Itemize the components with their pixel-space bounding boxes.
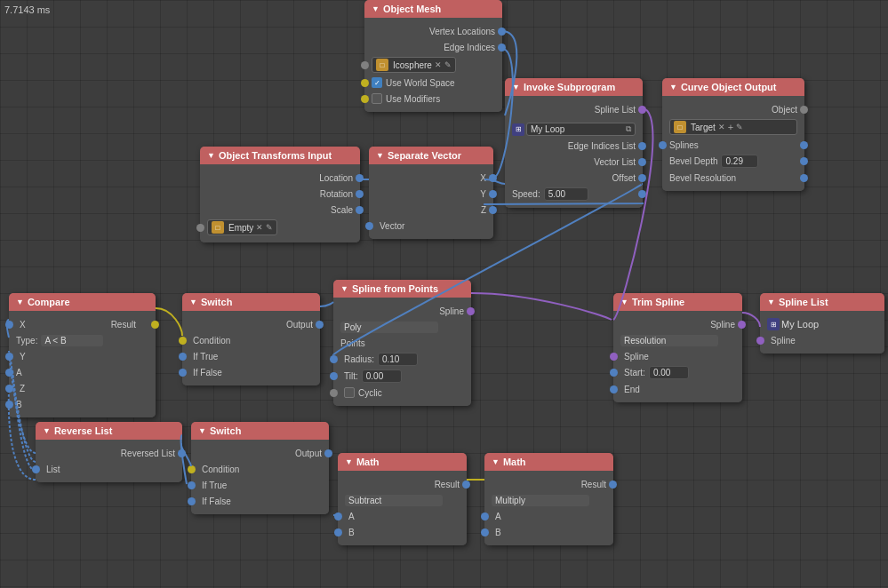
z-in-socket[interactable] [5,385,13,393]
y-in-socket[interactable] [5,353,13,361]
poly-select[interactable]: Poly [340,322,438,333]
clear-empty-btn[interactable]: ✕ [256,223,263,232]
cyclic-checkbox[interactable]: Cyclic [344,387,382,398]
if-false-socket[interactable] [179,369,187,377]
node-invoke-header[interactable]: ▼ Invoke Subprogram [505,78,643,96]
bevel-res-socket[interactable] [800,174,808,182]
spline-trim-out-socket[interactable] [738,321,746,329]
node-compare-header[interactable]: ▼ Compare [9,293,156,311]
node-reverse-header[interactable]: ▼ Reverse List [36,422,182,440]
speed-socket[interactable] [638,190,646,198]
collapse-arrow: ▼ [492,457,500,466]
y-out-socket[interactable] [489,190,497,198]
tilt-input[interactable]: 0.00 [362,369,402,383]
world-space-socket[interactable] [361,79,369,87]
vector-list-socket[interactable] [638,158,646,166]
a2-socket[interactable] [481,513,489,520]
z-out-socket[interactable] [489,206,497,214]
bevel-depth-input[interactable]: 0.29 [721,155,758,168]
location-socket[interactable] [356,174,364,182]
resolution-select[interactable]: Resolution [620,335,718,346]
condition2-socket[interactable] [188,465,196,473]
result-socket[interactable] [151,321,159,329]
start-socket[interactable] [610,369,618,377]
if-true2-socket[interactable] [188,481,196,489]
b1-socket[interactable] [334,528,342,536]
offset-socket[interactable] [638,174,646,182]
obj-input-socket[interactable] [196,224,204,232]
add-target-btn[interactable]: + [728,122,733,132]
edit-target-btn[interactable]: ✎ [736,123,743,131]
node-switch1-header[interactable]: ▼ Switch [182,293,320,311]
if-true-socket[interactable] [179,353,187,361]
b-socket[interactable] [5,401,13,409]
node-spline-list-header[interactable]: ▼ Spline List [760,293,884,311]
check-icon: ✓ [372,77,382,88]
speed-input[interactable]: 5.00 [544,187,588,201]
x-out-socket[interactable] [489,174,497,182]
start-input[interactable]: 0.00 [649,366,689,379]
result2-socket[interactable] [609,481,617,489]
a-socket[interactable] [5,369,13,377]
modifiers-socket[interactable] [361,95,369,103]
copy-btn[interactable]: ⧉ [626,124,631,134]
if-false2-socket[interactable] [188,497,196,505]
use-modifiers-checkbox[interactable]: Use Modifiers [372,93,440,104]
target-field[interactable]: □ Target ✕ + ✎ [669,119,797,135]
output2-socket[interactable] [324,449,332,457]
scale-socket[interactable] [356,206,364,214]
a1-socket[interactable] [334,513,342,520]
node-math2-header[interactable]: ▼ Math [484,453,613,471]
operation2-row: Multiply [492,492,606,508]
vertex-locations-socket[interactable] [498,28,506,36]
edit-empty-btn[interactable]: ✎ [266,223,273,232]
rotation-socket[interactable] [356,190,364,198]
splines-out-socket[interactable] [800,141,808,149]
use-modifiers-label: Use Modifiers [386,94,440,104]
output-socket[interactable] [316,321,324,329]
spline-list-in-socket[interactable] [756,337,764,345]
list-in-socket[interactable] [32,465,40,473]
use-world-space-checkbox[interactable]: ✓ Use World Space [372,77,455,88]
splines-socket[interactable] [659,141,667,149]
vector-in-socket[interactable] [365,222,373,230]
spline-out-socket[interactable] [467,307,475,315]
node-switch2-header[interactable]: ▼ Switch [191,422,329,440]
cyclic-socket[interactable] [330,389,338,397]
node-curve-header[interactable]: ▼ Curve Object Output [662,78,804,96]
spline-trim-in-socket[interactable] [610,353,618,361]
x-in-socket[interactable] [5,321,13,329]
edge-indices-socket[interactable] [498,44,506,52]
operation2-select[interactable]: Multiply [492,495,589,506]
type-select[interactable]: A < B [41,335,103,346]
edit-object-btn[interactable]: ✎ [444,60,452,69]
clear-target-btn[interactable]: ✕ [718,123,725,131]
node-separate-header[interactable]: ▼ Separate Vector [369,147,493,164]
edge-indices-list-socket[interactable] [638,142,646,150]
object-out-socket[interactable] [800,106,808,114]
radius-socket[interactable] [330,355,338,363]
node-trim-header[interactable]: ▼ Trim Spline [613,293,742,311]
condition-socket[interactable] [179,337,187,345]
result1-socket[interactable] [462,481,470,489]
object-field[interactable]: □ Icosphere ✕ ✎ [372,57,456,73]
empty-field[interactable]: □ Empty ✕ ✎ [207,219,277,235]
spline-list-out-socket[interactable] [638,106,646,114]
node-spline-header[interactable]: ▼ Spline from Points [333,280,471,298]
collapse-arrow: ▼ [669,83,677,91]
bevel-depth-socket[interactable] [800,157,808,165]
radius-input[interactable]: 0.10 [378,353,418,366]
end-socket[interactable] [610,385,618,393]
grid-icon: ⊞ [512,123,524,136]
clear-object-btn[interactable]: ✕ [435,60,442,69]
node-object-mesh-header[interactable]: ▼ Object Mesh [364,0,502,18]
object-input-socket[interactable] [361,61,369,69]
loop-field[interactable]: My Loop ⧉ [526,123,636,136]
tilt-socket[interactable] [330,372,338,380]
reversed-list-socket[interactable] [178,449,186,457]
performance-timer: 7.7143 ms [4,4,50,15]
b2-socket[interactable] [481,528,489,536]
node-math1-header[interactable]: ▼ Math [338,453,467,471]
operation1-select[interactable]: Subtract [345,495,443,506]
node-transforms-header[interactable]: ▼ Object Transforms Input [200,147,360,164]
